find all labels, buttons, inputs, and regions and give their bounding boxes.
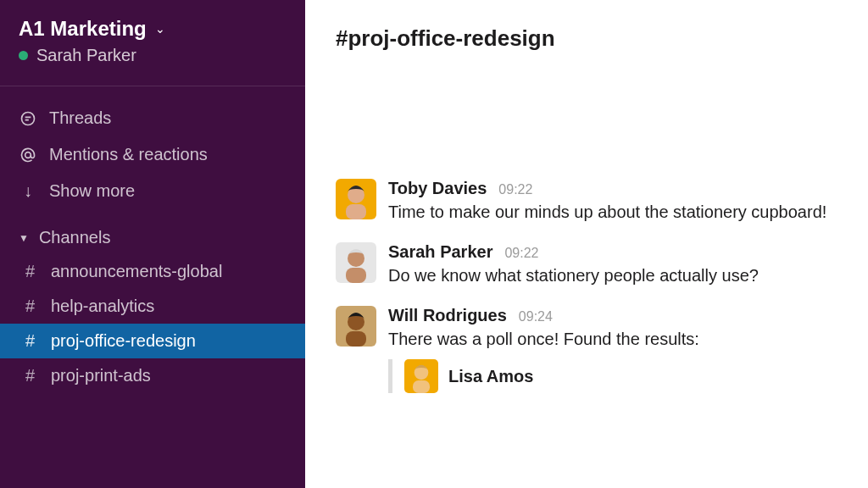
- current-user-name: Sarah Parker: [36, 46, 136, 65]
- message: Sarah Parker09:22Do we know what station…: [336, 242, 837, 287]
- message-text: There was a poll once! Found the results…: [388, 327, 837, 351]
- nav-threads-label: Threads: [49, 108, 111, 128]
- channel-item-proj-print-ads[interactable]: #proj-print-ads: [0, 358, 305, 393]
- nav-show-more[interactable]: ↓ Show more: [0, 173, 305, 209]
- mentions-icon: [19, 147, 37, 164]
- message-list: Toby Davies09:22Time to make our minds u…: [305, 69, 868, 393]
- message-author[interactable]: Toby Davies: [388, 179, 487, 198]
- nav-show-more-label: Show more: [49, 181, 135, 201]
- svg-rect-10: [346, 331, 366, 347]
- message-body: Will Rodrigues09:24There was a poll once…: [388, 306, 837, 393]
- channel-label: proj-print-ads: [51, 366, 151, 385]
- hash-icon: #: [25, 262, 41, 281]
- message-text: Time to make our minds up about the stat…: [388, 200, 837, 224]
- message: Toby Davies09:22Time to make our minds u…: [336, 179, 837, 224]
- divider: [0, 86, 305, 86]
- message-header: Will Rodrigues09:24: [388, 306, 837, 325]
- svg-rect-4: [346, 204, 366, 219]
- threads-icon: [19, 110, 37, 127]
- hash-icon: #: [25, 331, 41, 351]
- nested-author: Lisa Amos: [448, 367, 533, 386]
- workspace-name: A1 Marketing: [19, 17, 147, 41]
- sidebar: A1 Marketing ⌄ Sarah Parker Threads Ment…: [0, 0, 305, 488]
- workspace-header[interactable]: A1 Marketing ⌄ Sarah Parker: [0, 15, 305, 82]
- channels-header-label: Channels: [39, 228, 111, 247]
- channel-label: proj-office-redesign: [51, 331, 196, 351]
- channel-item-proj-office-redesign[interactable]: #proj-office-redesign: [0, 324, 305, 358]
- arrow-down-icon: ↓: [19, 181, 37, 201]
- nav-section: Threads Mentions & reactions ↓ Show more: [0, 97, 305, 213]
- hash-icon: #: [25, 366, 41, 385]
- avatar[interactable]: [336, 306, 376, 347]
- message-header: Sarah Parker09:22: [388, 242, 837, 262]
- nav-mentions[interactable]: Mentions & reactions: [0, 136, 305, 173]
- channel-label: help-analytics: [51, 297, 154, 316]
- channels-header[interactable]: ▼ Channels: [0, 213, 305, 254]
- channel-header: #proj-office-redesign: [305, 0, 868, 69]
- channel-label: announcements-global: [51, 262, 222, 281]
- avatar[interactable]: [404, 359, 438, 393]
- svg-rect-7: [346, 268, 366, 283]
- channel-item-help-analytics[interactable]: #help-analytics: [0, 289, 305, 324]
- channel-title[interactable]: #proj-office-redesign: [336, 25, 837, 52]
- message: Will Rodrigues09:24There was a poll once…: [336, 306, 837, 393]
- message-body: Toby Davies09:22Time to make our minds u…: [388, 179, 837, 224]
- current-user[interactable]: Sarah Parker: [19, 46, 287, 65]
- caret-down-icon: ▼: [19, 232, 29, 244]
- message-author[interactable]: Sarah Parker: [388, 242, 492, 262]
- avatar[interactable]: [336, 242, 376, 283]
- nav-mentions-label: Mentions & reactions: [49, 145, 208, 164]
- message-time: 09:22: [498, 182, 532, 197]
- hash-icon: #: [25, 297, 41, 316]
- message-time: 09:24: [519, 309, 553, 324]
- message-author[interactable]: Will Rodrigues: [388, 306, 507, 325]
- nested-message[interactable]: Lisa Amos: [388, 359, 837, 393]
- channel-list: #announcements-global#help-analytics#pro…: [0, 254, 305, 393]
- avatar[interactable]: [336, 179, 376, 219]
- svg-point-0: [22, 112, 35, 125]
- channel-item-announcements-global[interactable]: #announcements-global: [0, 254, 305, 289]
- nav-threads[interactable]: Threads: [0, 100, 305, 136]
- svg-rect-13: [413, 380, 430, 393]
- message-header: Toby Davies09:22: [388, 179, 837, 198]
- svg-point-1: [25, 152, 31, 158]
- message-text: Do we know what stationery people actual…: [388, 263, 837, 287]
- main-panel: #proj-office-redesign Toby Davies09:22Ti…: [305, 0, 868, 488]
- message-body: Sarah Parker09:22Do we know what station…: [388, 242, 837, 287]
- presence-indicator-icon: [19, 51, 28, 60]
- chevron-down-icon: ⌄: [155, 22, 165, 36]
- message-time: 09:22: [504, 246, 538, 261]
